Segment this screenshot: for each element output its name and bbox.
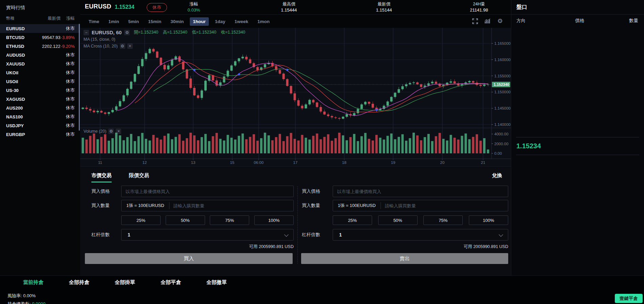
- positions-tab-4[interactable]: 全部撤單: [206, 279, 227, 286]
- indicator-icon[interactable]: [484, 18, 491, 24]
- timeframe-1week[interactable]: 1week: [232, 17, 252, 26]
- change-value: 休市: [60, 78, 75, 84]
- positions-tab-0[interactable]: 當前持倉: [23, 279, 43, 286]
- change-value: 休市: [60, 25, 75, 32]
- buy-button[interactable]: 買入: [85, 253, 293, 264]
- watchlist-title: 實時行情: [0, 0, 80, 11]
- watchlist-rows: EURUSD休市BTCUSD99547.93-3.89%ETHUSD2202.1…: [0, 24, 80, 139]
- change-value: 休市: [60, 70, 75, 76]
- sell-leverage-label: 杠杆倍數: [297, 232, 333, 238]
- ohlc-close: 收=1.152340: [221, 30, 245, 35]
- volume-close-icon[interactable]: ×: [116, 129, 121, 134]
- sell-percent-50[interactable]: 50%: [378, 215, 418, 225]
- sell-price-input[interactable]: [333, 186, 508, 196]
- change-value: -3.89%: [60, 35, 75, 40]
- watchlist-row-BTCUSD[interactable]: BTCUSD99547.93-3.89%: [0, 33, 80, 42]
- sell-percent-100[interactable]: 100%: [469, 215, 508, 225]
- sell-amount-input[interactable]: [381, 201, 508, 211]
- ma-indicator-label: MA (15, close, 0): [84, 37, 249, 42]
- svg-text:1.165000: 1.165000: [494, 41, 511, 45]
- timeframe-30min[interactable]: 30min: [167, 17, 187, 26]
- sell-leverage-select[interactable]: 1: [333, 229, 508, 241]
- svg-text:1.160000: 1.160000: [494, 58, 511, 62]
- timeframe-1hour[interactable]: 1hour: [190, 17, 209, 26]
- svg-text:13: 13: [191, 160, 196, 165]
- buy-price-label: 買入價格: [80, 188, 121, 194]
- watchlist-row-EURUSD[interactable]: EURUSD休市: [0, 24, 80, 33]
- buy-percent-100[interactable]: 100%: [254, 215, 294, 225]
- watchlist-scrollbar[interactable]: [79, 24, 80, 131]
- watchlist-row-AUDUSD[interactable]: AUDUSD休市: [0, 51, 80, 59]
- change-value: 休市: [60, 96, 75, 102]
- buy-percent-50[interactable]: 50%: [166, 215, 205, 225]
- positions-tab-2[interactable]: 全部掛單: [115, 279, 135, 286]
- svg-text:2000.00: 2000.00: [494, 142, 509, 146]
- symbol-label: ETHUSD: [6, 44, 36, 49]
- timeframe-5min[interactable]: 5min: [125, 17, 142, 26]
- ohlc-high: 高=1.152340: [163, 30, 187, 35]
- buy-leverage-select[interactable]: 1: [121, 229, 294, 241]
- symbol-label: USOil: [6, 79, 36, 84]
- positions-tab-1[interactable]: 全部持倉: [69, 279, 89, 286]
- timeframe-15min[interactable]: 15min: [145, 17, 164, 26]
- ma-cross-close-icon[interactable]: ×: [127, 43, 133, 49]
- watchlist-row-US-30[interactable]: US-30休市: [0, 86, 80, 95]
- change-value: 休市: [60, 131, 75, 137]
- quote-symbol: EURUSD: [85, 3, 111, 10]
- chart-toolbar-icons: ⚙: [472, 18, 503, 24]
- watchlist-row-XAGUSD[interactable]: XAGUSD休市: [0, 95, 80, 103]
- buy-price-field: [121, 186, 294, 197]
- stat-label: 最新價: [372, 1, 396, 7]
- fullscreen-icon[interactable]: [472, 18, 478, 24]
- positions-tabs: 當前持倉全部持倉全部掛單全部平倉全部撤單: [23, 279, 227, 286]
- orderbook-divider-bottom: [516, 155, 639, 155]
- watchlist-panel: 實時行情 幣種 最新價 漲幅 EURUSD休市BTCUSD99547.93-3.…: [0, 0, 80, 276]
- stat-value: 1.15144: [372, 7, 396, 13]
- timeframe-1day[interactable]: 1day: [212, 17, 228, 26]
- ohlc-open: 開=1.152340: [134, 30, 158, 35]
- symbol-label: AUDUSD: [6, 53, 36, 58]
- buy-percent-25[interactable]: 25%: [121, 215, 161, 225]
- watchlist-row-NAS100[interactable]: NAS100休市: [0, 112, 80, 121]
- buy-percent-75[interactable]: 75%: [210, 215, 249, 225]
- collapse-icon[interactable]: −: [84, 30, 89, 35]
- settings-gear-icon[interactable]: ⚙: [497, 18, 503, 24]
- timeframe-bar: Time1min5min15min30min1hour1day1week1mon…: [80, 15, 511, 28]
- sell-form: 買入價格 買入數量 1張 = 100EURUSD 25%50%75%100% 杠…: [297, 186, 511, 264]
- sell-percent-25[interactable]: 25%: [333, 215, 372, 225]
- buy-price-input[interactable]: [122, 186, 293, 196]
- svg-text:18: 18: [342, 160, 347, 165]
- timeframe-1mon[interactable]: 1mon: [254, 17, 273, 26]
- quote-stat-0: 漲幅0.03%: [182, 1, 206, 13]
- positions-tab-3[interactable]: 全部平倉: [161, 279, 181, 286]
- watchlist-row-USDJPY[interactable]: USDJPY休市: [0, 121, 80, 130]
- timeframe-Time[interactable]: Time: [86, 17, 102, 26]
- swap-link[interactable]: 兌換: [492, 172, 502, 179]
- sell-button[interactable]: 賣出: [301, 253, 508, 264]
- buy-amount-input[interactable]: [169, 201, 293, 211]
- buy-amount-label: 買入數量: [80, 203, 121, 209]
- close-all-positions-button[interactable]: 壹鍵平倉: [615, 294, 643, 303]
- watchlist-row-UKOil[interactable]: UKOil休市: [0, 68, 80, 77]
- sell-percent-75[interactable]: 75%: [423, 215, 463, 225]
- watchlist-row-ETHUSD[interactable]: ETHUSD2202.122-9.20%: [0, 42, 80, 51]
- price-value: 99547.93: [36, 35, 60, 40]
- symbol-label: XAGUSD: [6, 97, 36, 102]
- watchlist-row-USOil[interactable]: USOil休市: [0, 77, 80, 86]
- quote-stat-3: 24H量21141.98: [467, 1, 491, 13]
- watchlist-col-change: 漲幅: [60, 16, 75, 21]
- sell-amount-label: 買入數量: [297, 203, 333, 209]
- volume-legend: Volume (20) ⚙ ×: [84, 129, 121, 134]
- watchlist-row-EURGBP[interactable]: EURGBP休市: [0, 130, 80, 139]
- volume-gear-icon[interactable]: ⚙: [108, 129, 114, 134]
- watchlist-row-AUS200[interactable]: AUS200休市: [0, 103, 80, 112]
- timeframe-1min[interactable]: 1min: [105, 17, 122, 26]
- chart-settings-gear-icon[interactable]: ⚙: [124, 30, 130, 35]
- stat-value: 21141.98: [467, 7, 491, 13]
- watchlist-row-XAUUSD[interactable]: XAUUSD休市: [0, 59, 80, 68]
- quote-stat-2: 最新價1.15144: [372, 1, 396, 13]
- symbol-label: UKOil: [6, 70, 36, 75]
- tab-limit-order[interactable]: 限價交易: [129, 172, 149, 179]
- tab-market-order[interactable]: 市價交易: [91, 172, 112, 183]
- ma-cross-gear-icon[interactable]: ⚙: [120, 43, 125, 49]
